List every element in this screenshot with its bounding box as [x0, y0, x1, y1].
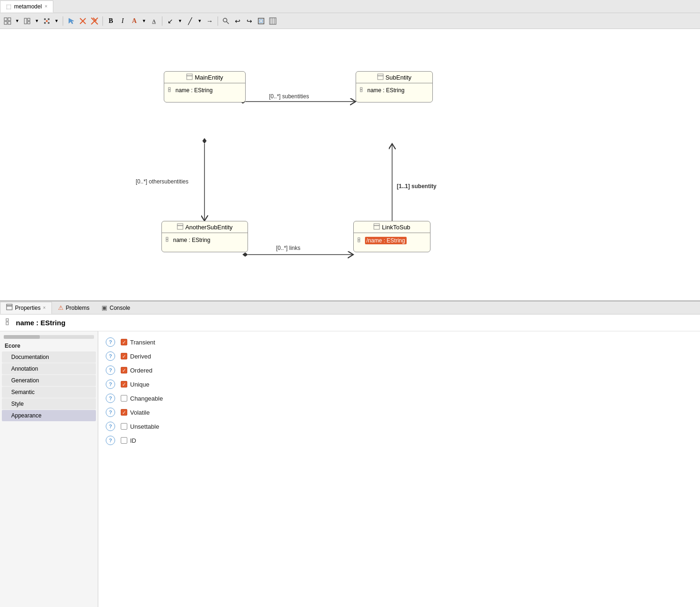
prop-label-id: ID: [130, 437, 136, 444]
checkbox-ordered[interactable]: ✓: [121, 367, 127, 373]
prop-label-unsettable: Unsettable: [130, 423, 159, 430]
checkbox-transient[interactable]: ✓: [121, 339, 127, 345]
svg-rect-27: [187, 76, 192, 80]
checkbox-derived[interactable]: ✓: [121, 353, 127, 359]
svg-point-7: [44, 18, 46, 20]
conn-arrow-button[interactable]: →: [204, 15, 215, 27]
layout-button[interactable]: [22, 15, 33, 27]
properties-tab-bar: Properties × ⚠ Problems ▣ Console: [0, 301, 700, 314]
svg-rect-19: [258, 18, 264, 24]
checkbox-volatile[interactable]: ✓: [121, 409, 127, 416]
svg-rect-30: [378, 74, 383, 76]
select-tool-button[interactable]: [66, 15, 77, 27]
entity-MainEntity[interactable]: MainEntity name : EString: [164, 71, 246, 102]
tab-diagram-icon: ⬚: [6, 3, 11, 10]
entity-label-LinkToSub: LinkToSub: [382, 224, 410, 231]
toolbar-group-arrows: ↙ ▾ ╱ ▾ →: [165, 15, 215, 27]
prop-row-id: ? ID: [98, 433, 700, 447]
entity-SubEntity[interactable]: SubEntity name : EString: [356, 71, 433, 102]
prop-row-volatile: ? ✓ Volatile: [98, 405, 700, 419]
svg-rect-0: [4, 18, 7, 21]
svg-rect-2: [4, 22, 7, 24]
grid-toggle-button[interactable]: [2, 15, 13, 27]
checkbox-id[interactable]: [121, 437, 127, 444]
tab-label: metamodel: [14, 3, 42, 10]
snap-button[interactable]: [41, 15, 52, 27]
arrow-button[interactable]: ↙: [165, 15, 176, 27]
checkbox-unique[interactable]: ✓: [121, 381, 127, 388]
tab-close-button[interactable]: ×: [44, 4, 47, 9]
help-transient[interactable]: ?: [106, 337, 115, 347]
arrange-button[interactable]: [267, 15, 278, 27]
font-button[interactable]: A: [129, 15, 140, 27]
svg-rect-44: [6, 319, 8, 321]
entity-AnotherSubEntity[interactable]: AnotherSubEntity name : EString: [161, 221, 248, 252]
sidebar-item-style[interactable]: Style: [2, 398, 96, 410]
svg-rect-4: [24, 18, 27, 24]
checkbox-changeable[interactable]: [121, 395, 127, 402]
checkbox-unsettable[interactable]: [121, 423, 127, 430]
arrow-dropdown-button[interactable]: ▾: [176, 15, 184, 27]
attr-icon-MainEntity-name: [168, 87, 174, 94]
entity-header-SubEntity: SubEntity: [356, 72, 432, 83]
svg-rect-3: [8, 22, 11, 24]
line-dropdown-button[interactable]: ▾: [196, 15, 204, 27]
entity-attr-MainEntity-name: name : EString: [168, 86, 241, 95]
help-ordered[interactable]: ?: [106, 366, 115, 375]
zoom-button[interactable]: [220, 15, 232, 27]
attr-text-SubEntity-name: name : EString: [367, 87, 404, 94]
svg-rect-45: [6, 322, 8, 325]
layout-dropdown-button[interactable]: ▾: [33, 15, 41, 27]
svg-point-17: [223, 18, 227, 22]
entity-body-SubEntity: name : EString: [356, 83, 432, 102]
redo-button[interactable]: ↪: [244, 15, 255, 27]
entity-body-LinkToSub: /name : EString: [354, 233, 430, 252]
tab-console[interactable]: ▣ Console: [95, 302, 136, 314]
delete-button[interactable]: [77, 15, 88, 27]
attr-text-AnotherSubEntity-name: name : EString: [173, 237, 210, 243]
svg-rect-5: [28, 18, 30, 21]
svg-rect-1: [8, 18, 11, 21]
bold-button[interactable]: B: [105, 15, 117, 27]
undo-button[interactable]: ↩: [232, 15, 243, 27]
arrow-label-subentities: [0..*] subentities: [269, 93, 309, 100]
delete-all-button[interactable]: [89, 15, 100, 27]
sidebar-item-appearance[interactable]: Appearance: [2, 410, 96, 421]
italic-button[interactable]: I: [117, 15, 128, 27]
help-id[interactable]: ?: [106, 436, 115, 445]
font-size-button[interactable]: A: [148, 15, 160, 27]
metamodel-tab[interactable]: ⬚ metamodel ×: [0, 0, 53, 13]
tab-problems[interactable]: ⚠ Problems: [52, 302, 96, 314]
font-dropdown-button[interactable]: ▾: [140, 15, 148, 27]
sidebar-section-ecore: Ecore: [0, 341, 98, 351]
properties-title-bar: name : EString: [0, 314, 700, 331]
tab-properties-icon: [6, 304, 13, 312]
prop-row-ordered: ? ✓ Ordered: [98, 363, 700, 377]
help-changeable[interactable]: ?: [106, 394, 115, 403]
snap-dropdown-button[interactable]: ▾: [53, 15, 60, 27]
svg-point-10: [48, 22, 50, 24]
help-derived[interactable]: ?: [106, 351, 115, 361]
entity-LinkToSub[interactable]: LinkToSub /name : EString: [353, 221, 430, 252]
tab-properties-close[interactable]: ×: [43, 305, 46, 310]
entity-attr-AnotherSubEntity-name: name : EString: [166, 236, 244, 244]
entity-label-AnotherSubEntity: AnotherSubEntity: [185, 224, 233, 231]
sidebar-item-annotation[interactable]: Annotation: [2, 363, 96, 374]
tab-properties[interactable]: Properties ×: [0, 302, 52, 314]
line-button[interactable]: ╱: [184, 15, 196, 27]
help-volatile[interactable]: ?: [106, 408, 115, 417]
svg-rect-41: [358, 240, 360, 242]
help-unsettable[interactable]: ?: [106, 422, 115, 431]
svg-rect-42: [7, 304, 12, 306]
help-unique[interactable]: ?: [106, 380, 115, 389]
sidebar-item-semantic[interactable]: Semantic: [2, 387, 96, 398]
sidebar-item-generation[interactable]: Generation: [2, 375, 96, 386]
grid-dropdown-button[interactable]: ▾: [14, 15, 21, 27]
diagram-area[interactable]: [0..*] subentities [0..*] othersubentiti…: [0, 29, 700, 300]
fit-button[interactable]: [255, 15, 267, 27]
properties-title-text: name : EString: [16, 319, 66, 327]
entity-body-MainEntity: name : EString: [164, 83, 245, 102]
toolbar-sep-2: [102, 16, 103, 26]
sidebar-item-documentation[interactable]: Documentation: [2, 351, 96, 363]
tab-console-label: Console: [109, 305, 130, 311]
